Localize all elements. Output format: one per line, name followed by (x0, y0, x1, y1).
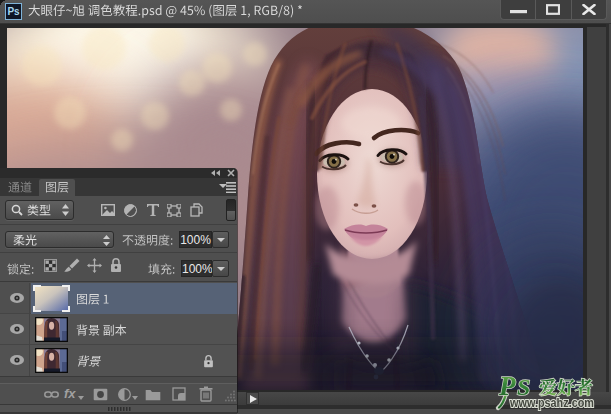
svg-text:www.psahz.com: www.psahz.com (509, 396, 594, 410)
